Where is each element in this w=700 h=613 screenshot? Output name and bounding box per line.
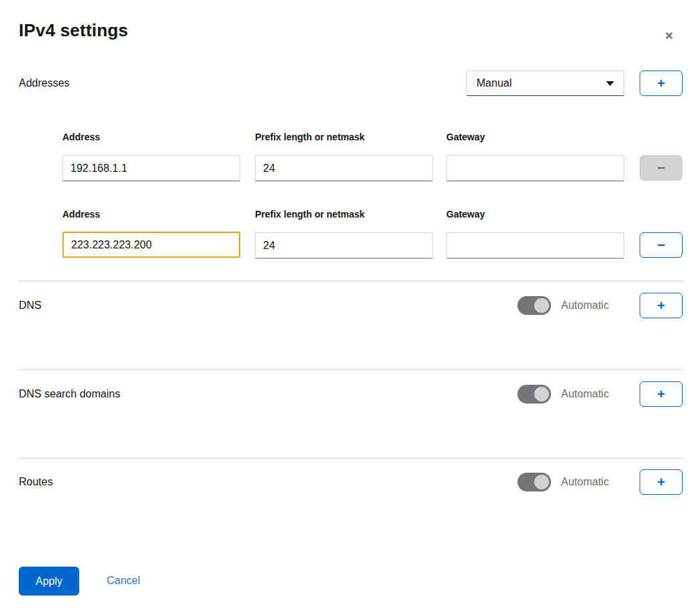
toggle-knob	[534, 475, 549, 489]
close-icon[interactable]: ✕	[659, 26, 679, 46]
dns-mode-label: Automatic	[561, 299, 609, 312]
prefix-column-header: Prefix length or netmask	[255, 132, 364, 142]
divider	[19, 281, 683, 281]
address-input[interactable]	[62, 155, 240, 181]
routes-automatic-toggle[interactable]	[517, 473, 551, 491]
address-input[interactable]	[62, 232, 240, 258]
prefix-input[interactable]	[255, 155, 433, 181]
divider	[19, 458, 683, 459]
add-dns-button[interactable]: +	[640, 293, 683, 318]
toggle-knob	[534, 387, 549, 402]
remove-address-button[interactable]: −	[640, 232, 683, 258]
add-route-button[interactable]: +	[640, 469, 683, 495]
dns-search-mode-label: Automatic	[561, 388, 609, 400]
gateway-column-header: Gateway	[446, 132, 485, 142]
add-dns-search-button[interactable]: +	[640, 381, 683, 407]
gateway-column-header: Gateway	[446, 209, 485, 220]
address-column-header: Address	[62, 209, 100, 220]
remove-address-button: −	[640, 155, 683, 181]
caret-down-icon	[606, 81, 614, 86]
routes-mode-label: Automatic	[561, 476, 609, 488]
toggle-knob	[534, 298, 549, 313]
apply-button[interactable]: Apply	[19, 567, 79, 596]
prefix-column-header: Prefix length or netmask	[255, 209, 364, 220]
gateway-input[interactable]	[446, 232, 624, 258]
page-title: IPv4 settings	[19, 20, 128, 41]
address-column-header: Address	[62, 132, 100, 142]
divider	[19, 369, 683, 370]
dns-search-domains-label: DNS search domains	[19, 388, 120, 400]
address-method-select[interactable]: Manual	[466, 70, 624, 96]
dns-label: DNS	[19, 299, 42, 312]
prefix-input[interactable]	[255, 232, 433, 258]
cancel-button[interactable]: Cancel	[107, 575, 140, 587]
gateway-input[interactable]	[446, 155, 624, 181]
routes-label: Routes	[19, 476, 53, 488]
addresses-label: Addresses	[19, 77, 70, 89]
address-method-value: Manual	[477, 77, 511, 89]
dns-automatic-toggle[interactable]	[517, 296, 551, 315]
add-address-button[interactable]: +	[640, 70, 683, 96]
dns-search-automatic-toggle[interactable]	[517, 385, 551, 404]
